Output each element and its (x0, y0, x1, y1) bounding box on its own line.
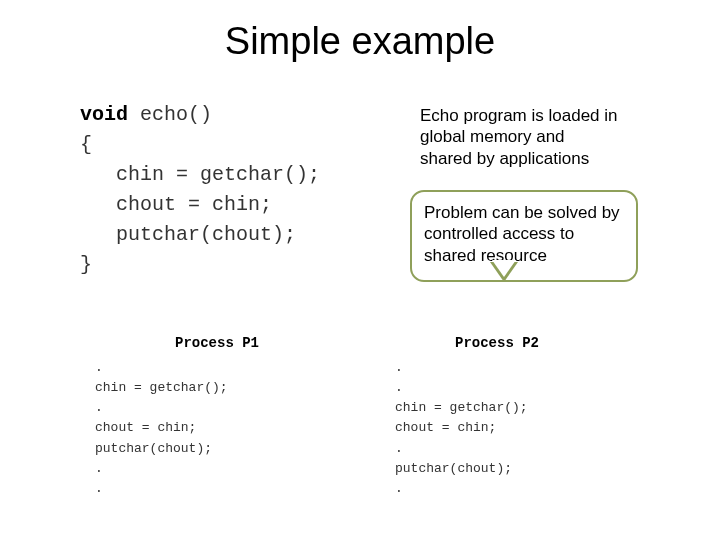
process-1-label: Process P1 (175, 335, 259, 351)
slide-title: Simple example (0, 20, 720, 63)
keyword-void: void (80, 103, 128, 126)
process-2-code: . . chin = getchar(); chout = chin; . pu… (395, 358, 528, 499)
callout-tail-inner-icon (492, 260, 516, 277)
process-1-code: . chin = getchar(); . chout = chin; putc… (95, 358, 228, 499)
slide: Simple example void echo() { chin = getc… (0, 0, 720, 540)
callout-text: Problem can be solved by controlled acce… (424, 203, 620, 265)
process-2-label: Process P2 (455, 335, 539, 351)
note-text: Echo program is loaded in global memory … (420, 105, 620, 169)
callout-box: Problem can be solved by controlled acce… (410, 190, 638, 282)
code-block-main: void echo() { chin = getchar(); chout = … (80, 100, 320, 280)
